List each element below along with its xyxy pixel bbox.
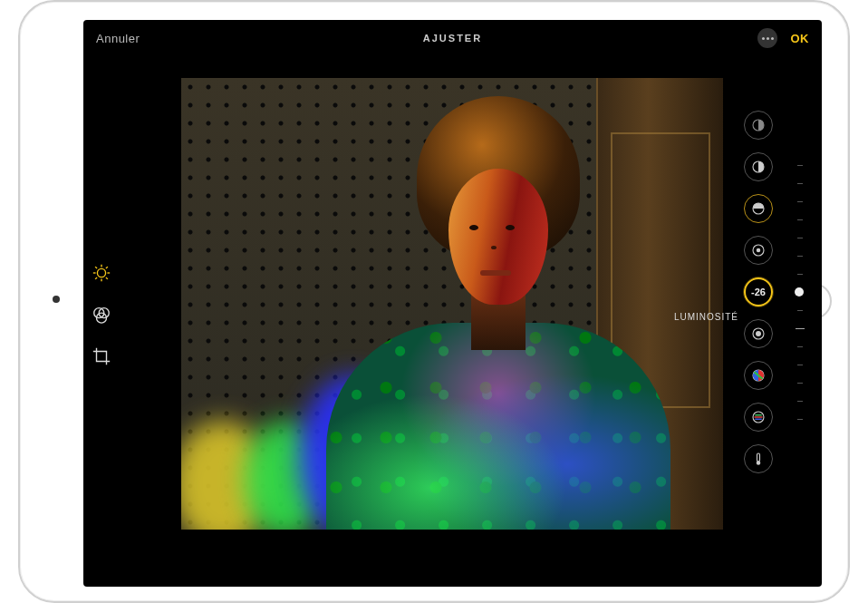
svg-line-7 [95, 277, 97, 279]
ipad-frame: Annuler AJUSTER OK [18, 0, 850, 603]
crop-icon [92, 346, 111, 366]
blackpoint-icon [750, 326, 767, 342]
adjust-tool[interactable] [89, 260, 114, 286]
svg-point-16 [757, 248, 761, 253]
warmth-icon [750, 451, 767, 467]
vibrance-icon [750, 409, 767, 425]
filters-tool[interactable] [89, 302, 114, 327]
editor-topbar: Annuler AJUSTER OK [83, 20, 822, 56]
edit-mode-toolbar [89, 260, 114, 369]
crop-tool[interactable] [89, 344, 114, 369]
svg-line-6 [106, 277, 108, 279]
adjust-icon [92, 263, 111, 283]
svg-rect-24 [757, 453, 760, 462]
auto-icon [750, 117, 767, 133]
mode-title: AJUSTER [333, 33, 571, 44]
warmth-adjust[interactable] [744, 444, 773, 473]
done-button[interactable]: OK [790, 32, 809, 45]
brightness-adjust[interactable]: -26 [744, 277, 773, 306]
exposure-adjust[interactable] [744, 152, 773, 181]
svg-line-8 [106, 267, 108, 268]
ellipsis-icon [762, 37, 774, 40]
screen: Annuler AJUSTER OK [83, 20, 822, 587]
svg-line-5 [95, 267, 97, 268]
saturation-icon [750, 367, 767, 384]
filters-icon [92, 305, 111, 325]
auto-adjust[interactable] [744, 111, 773, 140]
cancel-button[interactable]: Annuler [96, 32, 140, 45]
svg-point-0 [97, 268, 105, 277]
brightness-value: -26 [744, 283, 773, 301]
blackpoint-adjust[interactable] [744, 319, 773, 348]
exposure-icon [750, 159, 767, 175]
value-slider[interactable] [791, 165, 809, 437]
more-button[interactable] [757, 28, 777, 48]
saturation-adjust[interactable] [744, 361, 773, 390]
svg-point-25 [757, 461, 761, 465]
photo-canvas[interactable] [181, 78, 723, 530]
svg-point-18 [756, 331, 761, 336]
adjustment-list: -26 [744, 111, 773, 473]
highlights-icon [750, 242, 767, 258]
highlights-adjust[interactable] [744, 236, 773, 265]
slider-current-tick [796, 328, 805, 329]
vibrance-adjust[interactable] [744, 403, 773, 432]
front-camera [53, 296, 60, 303]
brilliance-adjust[interactable] [744, 194, 773, 223]
subject-figure [362, 96, 634, 530]
slider-zero-dot [795, 287, 804, 297]
selected-adjustment-label: LUMINOSITÉ [666, 312, 738, 322]
brilliance-icon [750, 200, 767, 217]
